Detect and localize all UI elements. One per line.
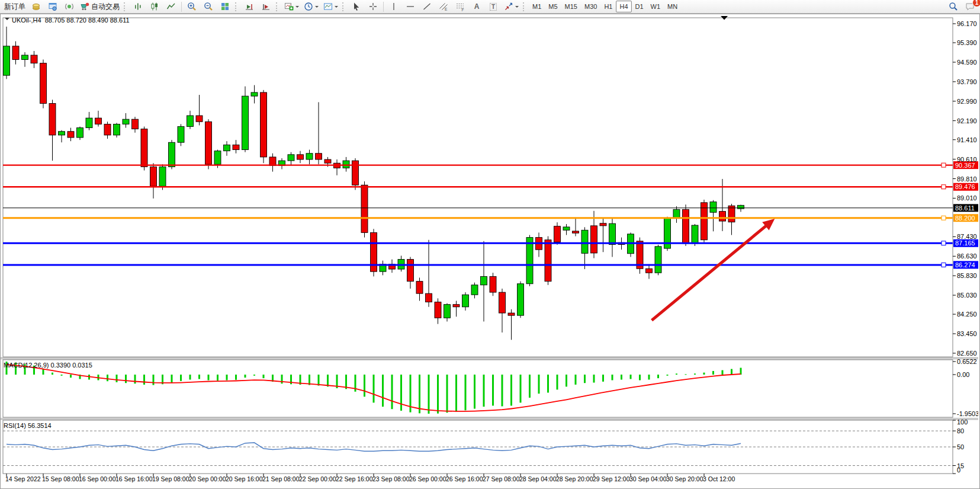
signals-button[interactable] — [61, 0, 78, 13]
candle — [169, 142, 175, 167]
candle — [205, 122, 212, 164]
price-tick-label: 82.650 — [957, 350, 977, 357]
chart-shift-icon — [261, 2, 271, 11]
horizontal-line-tool-button[interactable] — [402, 0, 419, 13]
cursor-icon — [352, 2, 361, 11]
zoom-in-button[interactable] — [184, 0, 200, 13]
candle — [545, 240, 551, 282]
candle — [159, 167, 166, 186]
tile-windows-button[interactable] — [217, 0, 233, 13]
tab-timeframe-h1[interactable]: H1 — [600, 1, 616, 12]
line-chart-button[interactable] — [163, 0, 179, 13]
candle — [563, 227, 570, 230]
candle — [416, 282, 423, 294]
tab-timeframe-d1[interactable]: D1 — [632, 1, 647, 12]
price-badge-label: 88.611 — [955, 204, 975, 212]
tab-timeframe-h4[interactable]: H4 — [616, 1, 631, 12]
candle — [114, 124, 120, 135]
candle — [490, 276, 496, 292]
notifications-button[interactable]: 1 — [962, 0, 978, 13]
tab-timeframe-mn[interactable]: MN — [664, 1, 681, 12]
candle — [251, 92, 258, 96]
cursor-tool-button[interactable] — [348, 0, 365, 13]
hline-handle — [942, 163, 946, 167]
price-tick-label: 89.810 — [957, 175, 977, 183]
text-tool-button[interactable]: A — [468, 0, 485, 13]
channel-tool-button[interactable]: E — [435, 0, 452, 13]
time-tick-label: 19 Sep 08:00 — [152, 475, 189, 482]
candle — [361, 185, 368, 232]
vertical-line-tool-button[interactable] — [385, 0, 402, 13]
price-tick-label: 85.030 — [957, 292, 977, 299]
timeframe-label: MN — [667, 3, 677, 10]
candle — [22, 55, 28, 59]
candle — [224, 145, 230, 151]
svg-text:F: F — [462, 8, 464, 12]
candle — [508, 313, 515, 315]
candle — [683, 209, 689, 244]
candle — [68, 132, 74, 138]
toolbar-separator — [383, 2, 384, 12]
candle — [233, 145, 239, 149]
price-tick-label: 92.190 — [957, 117, 977, 124]
candle — [31, 55, 37, 63]
time-tick-label: 16 Sep 00:00 — [79, 475, 116, 482]
svg-text:E: E — [445, 7, 448, 11]
chart-window[interactable]: UKOil-,H4 88.705 88.720 88.490 88.611 MA… — [0, 14, 980, 489]
candle — [646, 269, 653, 273]
search-icon — [949, 2, 958, 11]
chart-shift-button[interactable] — [258, 0, 274, 13]
candle — [261, 92, 267, 157]
timeframe-label: H1 — [604, 3, 612, 10]
candle — [655, 247, 661, 273]
toolbar-grip — [124, 2, 127, 11]
toolbar-separator — [181, 2, 182, 12]
timeframe-label: W1 — [651, 3, 661, 10]
data-window-icon — [48, 2, 57, 11]
price-tick-label: 94.590 — [957, 59, 977, 66]
tab-timeframe-m30[interactable]: M30 — [581, 1, 600, 12]
zoom-out-button[interactable] — [200, 0, 217, 13]
horizontal-line-icon — [406, 2, 415, 11]
time-tick-label: 22 Sep 16:00 — [336, 475, 373, 482]
auto-scroll-button[interactable] — [241, 0, 258, 13]
price-chart-canvas[interactable]: 90.36789.47688.61188.20087.16586.27496.1… — [1, 14, 978, 487]
arrows-tool-button[interactable] — [502, 0, 521, 13]
template-button[interactable] — [321, 0, 340, 13]
candle — [581, 230, 588, 253]
chart-menu-arrow-icon[interactable] — [5, 18, 9, 23]
tab-timeframe-w1[interactable]: W1 — [647, 1, 664, 12]
search-button[interactable] — [945, 0, 962, 13]
autotrade-label: 自动交易 — [91, 2, 120, 12]
autotrade-button[interactable]: 自动交易 — [78, 0, 122, 13]
toolbar-grip — [235, 2, 239, 11]
add-indicator-button[interactable] — [282, 0, 301, 13]
tile-windows-icon — [220, 2, 230, 11]
timeframe-label: M30 — [584, 3, 597, 10]
candle — [196, 116, 203, 122]
time-axis[interactable]: 14 Sep 202215 Sep 08:0016 Sep 00:0016 Se… — [5, 474, 735, 482]
crosshair-tool-button[interactable] — [365, 0, 381, 13]
candlestick-chart-button[interactable] — [146, 0, 163, 13]
market-watch-button[interactable] — [28, 0, 44, 13]
candle — [150, 167, 157, 186]
period-button[interactable] — [301, 0, 321, 13]
auto-scroll-icon — [245, 2, 254, 11]
tab-timeframe-m15[interactable]: M15 — [561, 1, 581, 12]
data-window-button[interactable] — [44, 0, 61, 13]
trendline-tool-button[interactable] — [419, 0, 435, 13]
candle — [673, 209, 680, 218]
candle — [316, 154, 322, 159]
price-badge-label: 86.274 — [955, 261, 975, 269]
tab-timeframe-m1[interactable]: M1 — [529, 1, 545, 12]
fibonacci-tool-button[interactable]: F — [452, 0, 468, 13]
label-tool-button[interactable]: T — [485, 0, 502, 13]
new-order-button[interactable]: 新订单 — [2, 0, 28, 13]
candle — [59, 132, 65, 135]
coins-icon — [31, 2, 41, 11]
autotrade-icon — [80, 2, 89, 11]
bar-chart-button[interactable] — [130, 0, 146, 13]
dropdown-caret-icon — [295, 6, 299, 9]
tab-timeframe-m5[interactable]: M5 — [545, 1, 561, 12]
timeframe-label: D1 — [635, 3, 644, 10]
